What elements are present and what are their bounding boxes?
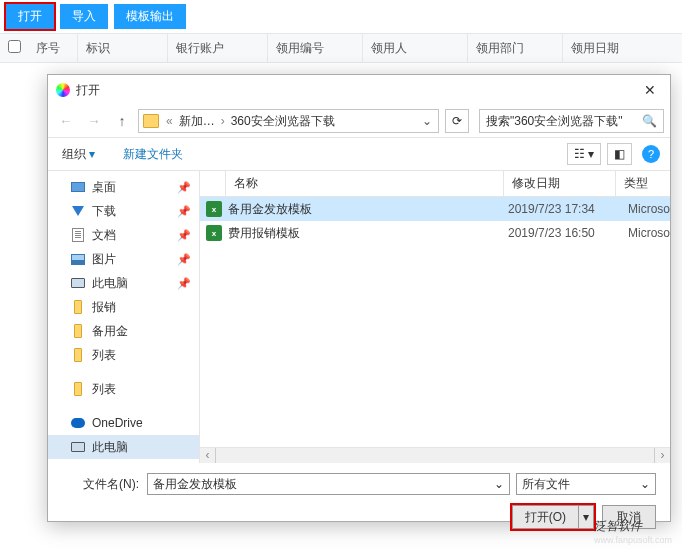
file-date: 2019/7/23 17:34 bbox=[508, 202, 628, 216]
file-type: Microso bbox=[628, 226, 670, 240]
view-mode-button[interactable]: ☷ ▾ bbox=[567, 143, 601, 165]
tree-item[interactable]: 备用金 bbox=[48, 319, 199, 343]
tree-item[interactable]: 此电脑📌 bbox=[48, 271, 199, 295]
nav-tree: 桌面📌下载📌文档📌图片📌此电脑📌报销备用金列表列表OneDrive此电脑 bbox=[48, 171, 200, 463]
col-seq[interactable]: 序号 bbox=[28, 34, 78, 62]
file-row[interactable]: x费用报销模板2019/7/23 16:50Microso bbox=[200, 221, 670, 245]
col-type[interactable]: 类型 bbox=[616, 171, 670, 196]
filter-value: 所有文件 bbox=[522, 476, 570, 493]
excel-icon: x bbox=[206, 201, 222, 217]
cancel-button[interactable]: 取消 bbox=[602, 505, 656, 529]
tree-item[interactable]: 列表 bbox=[48, 377, 199, 401]
tree-item[interactable]: 图片📌 bbox=[48, 247, 199, 271]
breadcrumb[interactable]: « 新加… › 360安全浏览器下载 ⌄ bbox=[138, 109, 439, 133]
tree-item[interactable]: 此电脑 bbox=[48, 435, 199, 459]
crumb-b[interactable]: 360安全浏览器下载 bbox=[228, 113, 338, 130]
filename-input[interactable]: 备用金发放模板 ⌄ bbox=[147, 473, 510, 495]
crumb-a[interactable]: 新加… bbox=[176, 113, 218, 130]
search-icon: 🔍 bbox=[642, 114, 657, 128]
pin-icon: 📌 bbox=[177, 205, 191, 218]
col-mark[interactable]: 标识 bbox=[78, 34, 168, 62]
dialog-toolbar: 组织 ▾ 新建文件夹 ☷ ▾ ◧ ? bbox=[48, 137, 670, 171]
close-icon[interactable]: ✕ bbox=[638, 80, 662, 100]
col-date[interactable]: 修改日期 bbox=[504, 171, 616, 196]
organize-menu[interactable]: 组织 ▾ bbox=[58, 144, 99, 165]
file-name: 备用金发放模板 bbox=[228, 201, 508, 218]
app-icon bbox=[56, 83, 70, 97]
pin-icon: 📌 bbox=[177, 253, 191, 266]
tree-item[interactable]: OneDrive bbox=[48, 411, 199, 435]
chevron-down-icon[interactable]: ⌄ bbox=[494, 477, 504, 491]
preview-pane-button[interactable]: ◧ bbox=[607, 143, 632, 165]
pin-icon: 📌 bbox=[177, 229, 191, 242]
filename-label: 文件名(N): bbox=[62, 476, 147, 493]
col-recv-date[interactable]: 领用日期 bbox=[563, 34, 682, 62]
dialog-titlebar: 打开 ✕ bbox=[48, 75, 670, 105]
pin-icon: 📌 bbox=[177, 181, 191, 194]
chevron-down-icon[interactable]: ▾ bbox=[579, 510, 593, 524]
file-name: 费用报销模板 bbox=[228, 225, 508, 242]
col-blank bbox=[200, 171, 226, 196]
select-all-checkbox[interactable] bbox=[8, 40, 21, 53]
dialog-title: 打开 bbox=[76, 82, 100, 99]
col-bank[interactable]: 银行账户 bbox=[168, 34, 268, 62]
chevron-down-icon[interactable]: ⌄ bbox=[640, 477, 650, 491]
filename-value: 备用金发放模板 bbox=[153, 476, 237, 493]
file-date: 2019/7/23 16:50 bbox=[508, 226, 628, 240]
help-icon[interactable]: ? bbox=[642, 145, 660, 163]
file-list: x备用金发放模板2019/7/23 17:34Microsox费用报销模板201… bbox=[200, 197, 670, 447]
tree-item[interactable]: 报销 bbox=[48, 295, 199, 319]
search-placeholder: 搜索"360安全浏览器下载" bbox=[486, 113, 623, 130]
col-recv-no[interactable]: 领用编号 bbox=[268, 34, 363, 62]
tree-item[interactable]: 桌面📌 bbox=[48, 175, 199, 199]
tree-item[interactable]: 文档📌 bbox=[48, 223, 199, 247]
col-recv-person[interactable]: 领用人 bbox=[363, 34, 468, 62]
file-area: 名称 修改日期 类型 x备用金发放模板2019/7/23 17:34Micros… bbox=[200, 171, 670, 463]
folder-icon bbox=[143, 114, 159, 128]
forward-icon[interactable]: → bbox=[82, 109, 106, 133]
chevron-down-icon[interactable]: ⌄ bbox=[416, 114, 438, 128]
nav-row: ← → ↑ « 新加… › 360安全浏览器下载 ⌄ ⟳ 搜索"360安全浏览器… bbox=[48, 105, 670, 137]
tree-item[interactable]: 下载📌 bbox=[48, 199, 199, 223]
filetype-select[interactable]: 所有文件 ⌄ bbox=[516, 473, 656, 495]
open-button[interactable]: 打开 bbox=[6, 4, 54, 29]
top-toolbar: 打开 导入 模板输出 bbox=[0, 0, 682, 33]
up-icon[interactable]: ↑ bbox=[110, 109, 134, 133]
refresh-icon[interactable]: ⟳ bbox=[445, 109, 469, 133]
file-open-dialog: 打开 ✕ ← → ↑ « 新加… › 360安全浏览器下载 ⌄ ⟳ 搜索"360… bbox=[47, 74, 671, 522]
back-icon[interactable]: ← bbox=[54, 109, 78, 133]
col-recv-dept[interactable]: 领用部门 bbox=[468, 34, 563, 62]
open-label: 打开(O) bbox=[513, 506, 579, 528]
search-input[interactable]: 搜索"360安全浏览器下载" 🔍 bbox=[479, 109, 664, 133]
import-button[interactable]: 导入 bbox=[60, 4, 108, 29]
file-list-header: 名称 修改日期 类型 bbox=[200, 171, 670, 197]
grid-header: 序号 标识 银行账户 领用编号 领用人 领用部门 领用日期 bbox=[0, 33, 682, 63]
pin-icon: 📌 bbox=[177, 277, 191, 290]
new-folder-button[interactable]: 新建文件夹 bbox=[119, 144, 187, 165]
col-name[interactable]: 名称 bbox=[226, 171, 504, 196]
h-scrollbar[interactable]: ‹ › bbox=[200, 447, 670, 463]
open-file-button[interactable]: 打开(O) ▾ bbox=[512, 505, 594, 529]
tree-item[interactable]: 列表 bbox=[48, 343, 199, 367]
file-row[interactable]: x备用金发放模板2019/7/23 17:34Microso bbox=[200, 197, 670, 221]
excel-icon: x bbox=[206, 225, 222, 241]
template-export-button[interactable]: 模板输出 bbox=[114, 4, 186, 29]
dialog-bottom: 文件名(N): 备用金发放模板 ⌄ 所有文件 ⌄ 打开(O) ▾ 取消 bbox=[48, 463, 670, 537]
file-type: Microso bbox=[628, 202, 670, 216]
